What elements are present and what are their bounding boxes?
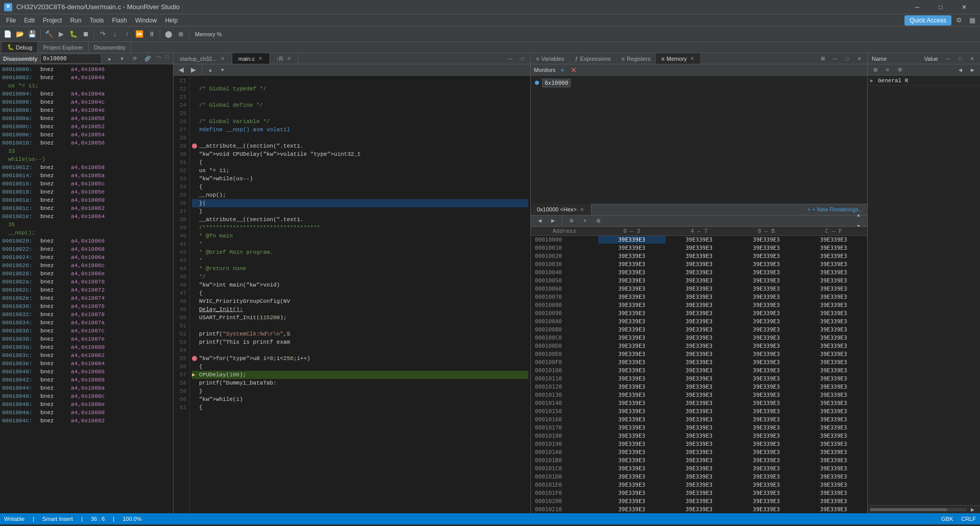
memory-data-cell[interactable]: 39E339E3 — [666, 260, 733, 268]
memory-data-cell[interactable]: 39E339E3 — [598, 350, 666, 358]
editor-maximize-icon[interactable]: □ — [517, 53, 528, 64]
memory-table-row[interactable]: 000101B039E339E339E339E339E339E339E339E3 — [531, 456, 867, 464]
disasm-row[interactable]: 00010004:bneza4,0x1004a — [0, 90, 173, 98]
monitors-delete-button[interactable]: ✕ — [570, 66, 578, 74]
memory-table-row[interactable]: 0001001039E339E339E339E339E339E339E339E3 — [531, 244, 867, 252]
clear-breakpoints-icon[interactable]: ⊗ — [175, 29, 186, 40]
memory-table-row[interactable]: 0001015039E339E339E339E339E339E339E339E3 — [531, 407, 867, 415]
memory-data-cell[interactable]: 39E339E3 — [800, 399, 867, 407]
disasm-row[interactable]: 00010006:bneza4,0x1004c — [0, 98, 173, 106]
memory-data-cell[interactable]: 39E339E3 — [800, 374, 867, 382]
memory-data-cell[interactable]: 39E339E3 — [800, 505, 867, 513]
memory-data-cell[interactable]: 39E339E3 — [666, 407, 733, 415]
disasm-row[interactable]: 00010024:bneza4,0x1006a — [0, 253, 173, 261]
memory-data-cell[interactable]: 39E339E3 — [732, 472, 800, 481]
memory-data-cell[interactable]: 39E339E3 — [666, 293, 733, 301]
monitor-value[interactable]: 0x10000 — [542, 79, 571, 87]
menu-project[interactable]: Project — [39, 16, 66, 25]
code-line[interactable]: * @brief Main program. — [192, 248, 528, 256]
memory-table-row[interactable]: 000100D039E339E339E339E339E339E339E339E3 — [531, 342, 867, 350]
memory-table-row[interactable]: 0001012039E339E339E339E339E339E339E339E3 — [531, 382, 867, 391]
memory-data-cell[interactable]: 39E339E3 — [598, 505, 666, 513]
memory-data-cell[interactable]: 39E339E3 — [598, 497, 666, 505]
memory-data-cell[interactable]: 39E339E3 — [800, 260, 867, 268]
disasm-row[interactable]: 00010048:bneza4,0x1008e — [0, 400, 173, 409]
memory-data-cell[interactable]: 39E339E3 — [598, 440, 666, 448]
disasm-row[interactable]: 00010038:bneza4,0x1007e — [0, 335, 173, 343]
watch-tb-prev[interactable]: ◀ — [954, 64, 966, 76]
code-line[interactable] — [192, 77, 528, 85]
memory-data-cell[interactable]: 39E339E3 — [666, 481, 733, 489]
code-line[interactable] — [192, 322, 528, 330]
memory-data-cell[interactable]: 39E339E3 — [800, 489, 867, 497]
memory-data-cell[interactable]: 39E339E3 — [598, 456, 666, 464]
memory-data-cell[interactable]: 39E339E3 — [800, 497, 867, 505]
disasm-minimize-icon[interactable]: — — [155, 53, 162, 60]
memory-data-cell[interactable]: 39E339E3 — [666, 333, 733, 342]
memory-data-cell[interactable]: 39E339E3 — [732, 342, 800, 350]
editor-tab-r[interactable]: ↑R ✕ — [270, 53, 298, 64]
memory-data-cell[interactable]: 39E339E3 — [598, 391, 666, 399]
memory-data-cell[interactable]: 39E339E3 — [598, 317, 666, 325]
memory-data-cell[interactable]: 39E339E3 — [800, 407, 867, 415]
memory-table-row[interactable]: 000100E039E339E339E339E339E339E339E339E3 — [531, 350, 867, 358]
memory-data-cell[interactable]: 39E339E3 — [598, 423, 666, 432]
memory-table-row[interactable]: 0001017039E339E339E339E339E339E339E339E3 — [531, 423, 867, 432]
editor-minimize-icon[interactable]: — — [505, 53, 516, 64]
memory-data-cell[interactable]: 39E339E3 — [732, 244, 800, 252]
memory-table-row[interactable]: 0001018039E339E339E339E339E339E339E339E3 — [531, 432, 867, 440]
memory-data-cell[interactable]: 39E339E3 — [666, 374, 733, 382]
memory-table-row[interactable]: 0001006039E339E339E339E339E339E339E339E3 — [531, 284, 867, 293]
memory-data-cell[interactable]: 39E339E3 — [598, 472, 666, 481]
memory-data-cell[interactable]: 39E339E3 — [732, 489, 800, 497]
memory-data-cell[interactable]: 39E339E3 — [732, 309, 800, 317]
memory-data-cell[interactable]: 39E339E3 — [598, 432, 666, 440]
memory-data-cell[interactable]: 39E339E3 — [800, 317, 867, 325]
memory-table-row[interactable]: 0001005039E339E339E339E339E339E339E339E3 — [531, 276, 867, 284]
memory-data-cell[interactable]: 39E339E3 — [732, 415, 800, 423]
memory-data-cell[interactable]: 39E339E3 — [800, 472, 867, 481]
step-into-icon[interactable]: ↓ — [109, 29, 120, 40]
disasm-row[interactable]: 00010046:bneza4,0x1008c — [0, 392, 173, 400]
memory-data-cell[interactable]: 39E339E3 — [800, 342, 867, 350]
memory-data-cell[interactable]: 39E339E3 — [732, 333, 800, 342]
memory-data-cell[interactable]: 39E339E3 — [666, 464, 733, 472]
memory-data-cell[interactable]: 39E339E3 — [732, 456, 800, 464]
disasm-row[interactable]: 0001002a:bneza4,0x10070 — [0, 278, 173, 286]
code-line[interactable]: * — [192, 256, 528, 265]
code-line[interactable]: * — [192, 240, 528, 248]
memory-data-cell[interactable]: 39E339E3 — [666, 325, 733, 333]
memory-data-cell[interactable]: 39E339E3 — [732, 440, 800, 448]
disasm-row[interactable]: 00010018:bneza4,0x1005e — [0, 188, 173, 196]
varview-maximize-icon[interactable]: □ — [842, 53, 853, 64]
editor-scroll-up-icon[interactable]: ▲ — [205, 64, 216, 76]
editor-tab-startup[interactable]: startup_ch32... ✕ — [174, 53, 232, 64]
memory-data-cell[interactable]: 39E339E3 — [732, 350, 800, 358]
disasm-row[interactable]: 00010014:bneza4,0x1005a — [0, 172, 173, 180]
memory-tab-hex-close[interactable]: ✕ — [579, 206, 585, 212]
disasm-row[interactable]: 00010042:bneza4,0x10088 — [0, 376, 173, 384]
quick-access-button[interactable]: Quick Access — [904, 15, 951, 26]
memory-data-cell[interactable]: 39E339E3 — [800, 481, 867, 489]
memory-data-cell[interactable]: 39E339E3 — [732, 358, 800, 366]
code-line[interactable]: { — [192, 403, 528, 412]
watch-scroll-right-icon[interactable]: ▶ — [967, 504, 978, 515]
memory-data-cell[interactable]: 39E339E3 — [732, 301, 800, 309]
disasm-row[interactable]: __nop(); — [0, 229, 173, 237]
memory-data-cell[interactable]: 39E339E3 — [800, 423, 867, 432]
disasm-row[interactable]: 0001004c:bneza4,0x10092 — [0, 417, 173, 425]
code-line[interactable]: * @return none — [192, 265, 528, 273]
memory-data-cell[interactable]: 39E339E3 — [598, 342, 666, 350]
editor-scroll-down-icon[interactable]: ▼ — [217, 64, 228, 76]
memory-data-cell[interactable]: 39E339E3 — [732, 464, 800, 472]
editor-tab-main[interactable]: main.c ✕ — [232, 53, 270, 64]
mem-format-icon[interactable]: ⊞ — [566, 215, 577, 226]
open-file-icon[interactable]: 📂 — [14, 29, 26, 40]
disasm-row[interactable]: 33 — [0, 147, 173, 155]
disasm-row[interactable]: 0001003c:bneza4,0x10082 — [0, 351, 173, 360]
disasm-row[interactable]: 0001001e:bneza4,0x10064 — [0, 212, 173, 221]
disasm-row[interactable]: 0001003a:bneza4,0x10080 — [0, 343, 173, 351]
menu-help[interactable]: Help — [161, 16, 182, 25]
memory-table-row[interactable]: 000100A039E339E339E339E339E339E339E339E3 — [531, 317, 867, 325]
memory-tab-close[interactable]: ✕ — [689, 56, 695, 62]
